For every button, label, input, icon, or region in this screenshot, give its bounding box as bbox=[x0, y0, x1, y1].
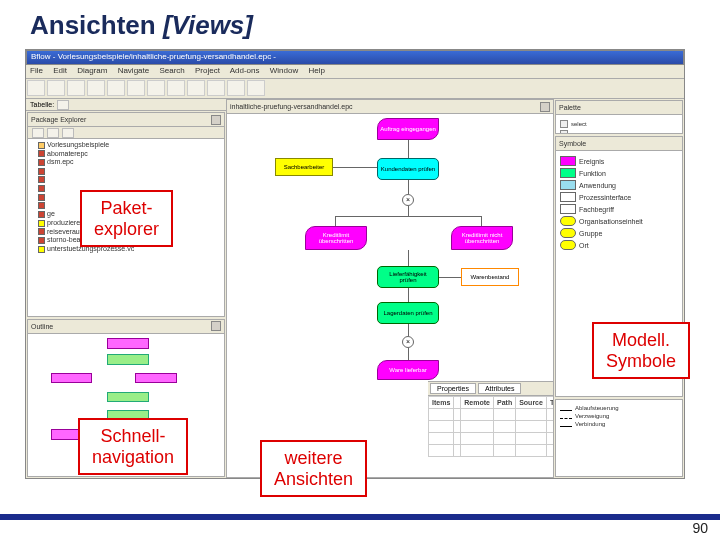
symbol-item[interactable]: Fachbegriff bbox=[560, 203, 678, 215]
event-node[interactable]: Auftrag eingegangen bbox=[377, 118, 439, 140]
link-icon bbox=[560, 426, 572, 427]
menu-navigate[interactable]: Navigate bbox=[118, 66, 150, 75]
symbol-item[interactable]: Ort bbox=[560, 239, 678, 251]
palette-body[interactable]: select marquee bbox=[556, 115, 682, 133]
conn-item[interactable]: Verbindung bbox=[560, 420, 678, 428]
event-node[interactable]: Kreditlimit nicht überschritten bbox=[451, 226, 513, 250]
toolbar-button[interactable] bbox=[57, 100, 69, 110]
toolbar-button[interactable] bbox=[227, 80, 245, 96]
outline-header[interactable]: Outline bbox=[28, 320, 224, 334]
event-node[interactable]: Kreditlimit überschritten bbox=[305, 226, 367, 250]
symbol-item[interactable]: Anwendung bbox=[560, 179, 678, 191]
annotation-model-symbols: Modell. Symbole bbox=[592, 322, 690, 379]
event-node[interactable]: Ware lieferbar bbox=[377, 360, 439, 380]
file-icon bbox=[38, 194, 45, 201]
grid-header[interactable]: Path bbox=[493, 397, 515, 409]
function-node[interactable]: Kundendaten prüfen bbox=[377, 158, 439, 180]
bottom-tabs[interactable]: Properties Attributes bbox=[428, 382, 553, 396]
menubar[interactable]: File Edit Diagram Navigate Search Projec… bbox=[26, 65, 684, 79]
left-toolbar[interactable]: Tabelle: bbox=[26, 99, 226, 111]
conn-item[interactable]: Ablaufsteuerung bbox=[560, 404, 678, 412]
grid-header[interactable]: Type bbox=[546, 397, 554, 409]
role-node[interactable]: Warenbestand bbox=[461, 268, 519, 286]
toolbar-button[interactable] bbox=[87, 80, 105, 96]
menu-project[interactable]: Project bbox=[195, 66, 220, 75]
menu-file[interactable]: File bbox=[30, 66, 43, 75]
toolbar-button[interactable] bbox=[47, 80, 65, 96]
tree-item: dsm.epc bbox=[30, 158, 222, 167]
function-swatch-icon bbox=[560, 168, 576, 178]
org-node[interactable]: Sachbearbeiter bbox=[275, 158, 333, 176]
toolbar-button[interactable] bbox=[187, 80, 205, 96]
connections-panel: Ablaufsteuerung Verzweigung Verbindung bbox=[555, 399, 683, 477]
panel-button[interactable] bbox=[211, 321, 221, 331]
palette-item[interactable]: select bbox=[560, 119, 678, 129]
file-icon bbox=[38, 220, 45, 227]
menu-window[interactable]: Window bbox=[270, 66, 298, 75]
menu-help[interactable]: Help bbox=[308, 66, 324, 75]
function-node[interactable]: Lieferfähigkeit prüfen bbox=[377, 266, 439, 288]
symbol-item[interactable]: Gruppe bbox=[560, 227, 678, 239]
panel-button[interactable] bbox=[211, 115, 221, 125]
diagram-edge bbox=[408, 348, 409, 360]
editor-area[interactable]: inhaltliche-pruefung-versandhandel.epc A… bbox=[226, 99, 554, 478]
marquee-icon bbox=[560, 130, 568, 133]
toolbar-button[interactable] bbox=[27, 80, 45, 96]
grid-header[interactable]: Source bbox=[516, 397, 547, 409]
palette-item[interactable]: marquee bbox=[560, 129, 678, 133]
xor-connector[interactable]: × bbox=[402, 194, 414, 206]
annotation-quick-nav: Schnell- navigation bbox=[78, 418, 188, 475]
diagram-edge bbox=[439, 277, 461, 278]
toolbar-button[interactable] bbox=[127, 80, 145, 96]
symbol-item[interactable]: Ereignis bbox=[560, 155, 678, 167]
branch-icon bbox=[560, 418, 572, 419]
grid-header[interactable]: Items bbox=[429, 397, 454, 409]
toolbar-button[interactable] bbox=[62, 128, 74, 138]
toolbar-button[interactable] bbox=[47, 128, 59, 138]
xor-connector[interactable]: × bbox=[402, 336, 414, 348]
diagram-edge bbox=[481, 216, 482, 226]
slide-title-main: Ansichten bbox=[30, 10, 163, 40]
pkg-toolbar[interactable] bbox=[28, 127, 224, 139]
diagram-edge bbox=[333, 167, 377, 168]
app-swatch-icon bbox=[560, 180, 576, 190]
left-toolbar-label: Tabelle: bbox=[30, 101, 54, 108]
grid-header[interactable] bbox=[454, 397, 461, 409]
toolbar-button[interactable] bbox=[207, 80, 225, 96]
grid-header[interactable]: Remote bbox=[461, 397, 494, 409]
outline-title: Outline bbox=[31, 323, 53, 330]
diagram-edge bbox=[335, 216, 336, 226]
palette-header[interactable]: Palette bbox=[556, 101, 682, 115]
menu-search[interactable]: Search bbox=[159, 66, 184, 75]
toolbar-button[interactable] bbox=[147, 80, 165, 96]
tab-attributes[interactable]: Attributes bbox=[478, 383, 522, 394]
toolbar-button[interactable] bbox=[107, 80, 125, 96]
menu-addons[interactable]: Add-ons bbox=[230, 66, 260, 75]
tab-properties[interactable]: Properties bbox=[430, 383, 476, 394]
menu-diagram[interactable]: Diagram bbox=[77, 66, 107, 75]
symbol-item[interactable]: Funktion bbox=[560, 167, 678, 179]
menu-edit[interactable]: Edit bbox=[53, 66, 67, 75]
tree-item bbox=[30, 176, 222, 185]
diagram-edge bbox=[335, 216, 481, 217]
group-swatch-icon bbox=[560, 228, 576, 238]
symbol-item[interactable]: Prozessinterface bbox=[560, 191, 678, 203]
toolbar-button[interactable] bbox=[67, 80, 85, 96]
table-row bbox=[429, 433, 555, 445]
connections-body[interactable]: Ablaufsteuerung Verzweigung Verbindung bbox=[556, 400, 682, 476]
toolbar-button[interactable] bbox=[167, 80, 185, 96]
symbols-header[interactable]: Symbole bbox=[556, 137, 682, 151]
main-toolbar[interactable] bbox=[26, 79, 684, 99]
properties-grid[interactable]: Items Remote Path Source Type bbox=[428, 396, 553, 477]
window-titlebar: Bflow - Vorlesungsbeispiele/inhaltliche-… bbox=[26, 50, 684, 65]
function-node[interactable]: Lagerdaten prüfen bbox=[377, 302, 439, 324]
package-explorer-header[interactable]: Package Explorer bbox=[28, 113, 224, 127]
diagram-edge bbox=[408, 180, 409, 194]
file-icon bbox=[38, 150, 45, 157]
symbol-item[interactable]: Organisationseinheit bbox=[560, 215, 678, 227]
conn-item[interactable]: Verzweigung bbox=[560, 412, 678, 420]
annotation-package-explorer: Paket- explorer bbox=[80, 190, 173, 247]
slide-title: Ansichten [Views] bbox=[30, 10, 690, 41]
toolbar-button[interactable] bbox=[247, 80, 265, 96]
toolbar-button[interactable] bbox=[32, 128, 44, 138]
